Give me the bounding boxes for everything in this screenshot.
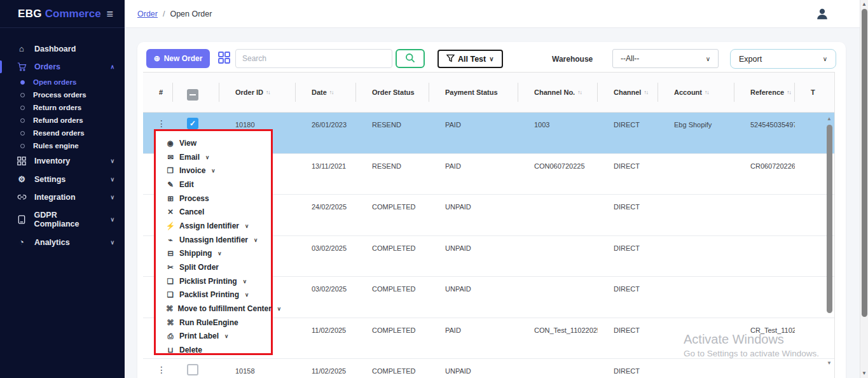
sort-arrows-icon[interactable]: ↑↓ xyxy=(329,89,334,95)
menu-item-move-to-fulfillment-center[interactable]: ⌘Move to fulfillment Center∨ xyxy=(166,302,271,316)
document-icon xyxy=(17,215,27,224)
chevron-down-icon[interactable]: ∨ xyxy=(110,158,114,164)
col-header-reference[interactable]: Reference↑↓ xyxy=(734,83,795,102)
scroll-down-icon[interactable]: ▼ xyxy=(862,370,867,376)
window-scrollbar[interactable]: ▲ ▼ xyxy=(860,0,868,378)
chevron-down-icon: ∨ xyxy=(254,237,258,243)
cell-reference: CR_Test_11022025 xyxy=(734,318,795,359)
sort-arrows-icon[interactable]: ↑↓ xyxy=(705,89,709,95)
menu-item-delete[interactable]: ⊔Delete xyxy=(166,343,271,357)
cell-account: Ebg Shopify xyxy=(658,113,734,153)
menu-item-edit[interactable]: ✎Edit xyxy=(166,178,271,192)
menu-item-packlist-printing[interactable]: ❏Packlist Printing∨ xyxy=(166,288,271,302)
breadcrumb-current: Open Order xyxy=(170,10,212,18)
menu-item-email[interactable]: ✉Email∨ xyxy=(166,150,271,164)
warehouse-select[interactable]: --All-- ∨ xyxy=(612,49,719,68)
export-label: Export xyxy=(739,55,762,64)
envelope-icon: ✉ xyxy=(166,153,175,162)
sidebar-item-return-orders[interactable]: Return orders xyxy=(0,101,125,114)
cell-account xyxy=(658,236,734,277)
export-dropdown[interactable]: Export ∨ xyxy=(730,49,836,69)
chevron-up-icon[interactable]: ∧ xyxy=(110,64,114,70)
scrollbar-thumb[interactable] xyxy=(862,9,867,317)
process-icon: ⊞ xyxy=(166,194,175,203)
cell-date: 13/11/2021 xyxy=(296,154,356,195)
cell-channel: DIRECT xyxy=(598,113,658,153)
sidebar-item-refund-orders[interactable]: Refund orders xyxy=(0,114,125,127)
scrollbar-thumb[interactable] xyxy=(827,125,832,313)
menu-item-picklist-printing[interactable]: ❏Picklist Printing∨ xyxy=(166,274,271,288)
col-header-account[interactable]: Account↑↓ xyxy=(658,83,734,102)
sort-arrows-icon[interactable]: ↑↓ xyxy=(577,89,582,95)
breadcrumb-order-link[interactable]: Order xyxy=(137,10,158,18)
menu-item-cancel[interactable]: ✕Cancel xyxy=(166,205,271,219)
menu-item-unassign-identifier[interactable]: ⌁Unassign Identifier∨ xyxy=(166,233,271,247)
grid-view-icon[interactable] xyxy=(218,52,230,64)
menu-item-shipping[interactable]: ⊟Shipping∨ xyxy=(166,247,271,261)
sidebar-subitem-label: Refund orders xyxy=(33,116,83,124)
scroll-up-icon[interactable]: ▲ xyxy=(827,116,832,122)
trash-icon: ⊔ xyxy=(166,346,175,354)
command-icon: ⌘ xyxy=(166,318,175,327)
invoice-icon: ❐ xyxy=(166,166,175,175)
sort-arrows-icon[interactable]: ↑↓ xyxy=(266,89,270,95)
sidebar-item-analytics[interactable]: ◔ Analytics ∨ xyxy=(0,233,125,251)
search-button[interactable] xyxy=(396,49,425,68)
table-scrollbar[interactable]: ▲ xyxy=(826,115,834,375)
chevron-down-icon[interactable]: ∨ xyxy=(110,239,114,246)
chevron-down-icon[interactable]: ∨ xyxy=(110,216,114,223)
sidebar-item-process-orders[interactable]: Process orders xyxy=(0,88,125,101)
menu-item-run-ruleengine[interactable]: ⌘Run RuleEngine xyxy=(166,316,271,330)
filter-button[interactable]: All Test ∨ xyxy=(437,50,503,68)
hamburger-menu-icon[interactable]: ≡ xyxy=(106,8,113,20)
grid-icon xyxy=(17,157,27,165)
orders-toolbar: ⊕ New Order All Test ∨ xyxy=(137,42,846,72)
search-input[interactable] xyxy=(235,49,392,68)
sidebar-item-dashboard[interactable]: ⌂ Dashboard xyxy=(0,39,125,58)
table-row[interactable]: ⋮ 10158 11/02/2025 COMPLETED UNPAID DIRE… xyxy=(143,359,834,378)
menu-item-assign-identifier[interactable]: ⚡Assign Identifier∨ xyxy=(166,219,271,233)
sort-arrows-icon[interactable]: ↑↓ xyxy=(644,89,648,95)
col-header-order-status: Order Status xyxy=(356,83,429,102)
sidebar-item-orders[interactable]: Orders ∧ xyxy=(0,58,125,76)
col-header-channel[interactable]: Channel↑↓ xyxy=(598,83,658,102)
chevron-down-icon[interactable]: ∨ xyxy=(110,176,114,183)
row-checkbox[interactable]: ✓ xyxy=(187,118,198,129)
sidebar-item-inventory[interactable]: Inventory ∨ xyxy=(0,152,125,170)
col-header-payment-status: Payment Status xyxy=(429,83,518,102)
scroll-up-icon[interactable]: ▲ xyxy=(862,1,867,7)
sidebar-item-label: Inventory xyxy=(34,157,70,165)
sidebar-nav: ⌂ Dashboard Orders ∧ Open orders Process… xyxy=(0,28,125,251)
app-window: EBG Commerce ≡ ⌂ Dashboard Orders ∧ Open… xyxy=(0,0,868,378)
menu-item-invoice[interactable]: ❐Invoice∨ xyxy=(166,164,271,178)
sort-arrows-icon[interactable]: ↑↓ xyxy=(787,89,791,95)
sidebar-item-gdpr-compliance[interactable]: GDPR Compliance ∨ xyxy=(0,206,125,233)
sidebar-subitem-label: Return orders xyxy=(33,104,81,111)
sidebar-item-settings[interactable]: ⚙ Settings ∨ xyxy=(0,170,125,188)
col-header-channel-no[interactable]: Channel No.↑↓ xyxy=(518,83,598,102)
cell-reference: CR060720226 xyxy=(734,154,795,195)
col-header-date[interactable]: Date↑↓ xyxy=(296,83,356,102)
lightning-icon: ⚡ xyxy=(166,221,175,230)
new-order-button[interactable]: ⊕ New Order xyxy=(146,49,210,68)
row-checkbox[interactable] xyxy=(187,364,198,375)
sidebar-item-resend-orders[interactable]: Resend orders xyxy=(0,127,125,139)
scroll-down-icon[interactable]: ▼ xyxy=(827,360,832,366)
cell-reference xyxy=(734,277,795,318)
menu-item-process[interactable]: ⊞Process xyxy=(166,192,271,206)
menu-item-split-order[interactable]: ✂Split Order xyxy=(166,260,271,274)
cell-reference xyxy=(734,195,795,235)
row-actions-kebab-icon[interactable]: ⋮ xyxy=(143,359,173,378)
col-header-order-id[interactable]: Order ID↑↓ xyxy=(219,83,296,102)
menu-item-print-label[interactable]: ⎙Print Label∨ xyxy=(166,330,271,344)
menu-item-view[interactable]: ◉View xyxy=(166,136,271,150)
sidebar-item-rules-engine[interactable]: Rules engine xyxy=(0,139,125,152)
sidebar-item-label: Integration xyxy=(34,193,76,202)
cell-payment-status: UNPAID xyxy=(429,359,518,378)
chevron-down-icon[interactable]: ∨ xyxy=(110,194,114,200)
row-context-menu: ◉View ✉Email∨ ❐Invoice∨ ✎Edit ⊞Process ✕… xyxy=(154,129,273,355)
sidebar-item-integration[interactable]: Integration ∨ xyxy=(0,188,125,206)
sidebar-item-open-orders[interactable]: Open orders xyxy=(0,76,125,88)
user-avatar-icon[interactable] xyxy=(815,7,829,21)
select-all-checkbox[interactable] xyxy=(187,89,198,101)
